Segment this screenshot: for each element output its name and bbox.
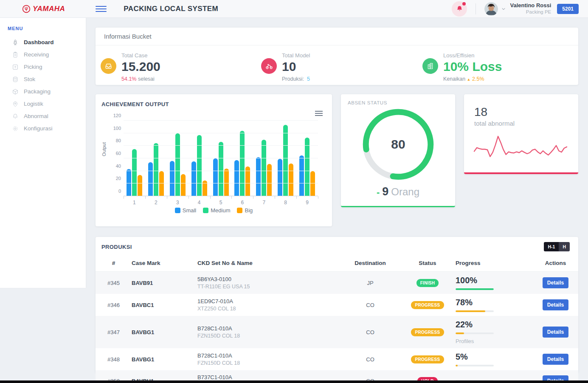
chart-legend: SmallMediumBig [96,207,332,214]
chevron-down-icon[interactable] [501,7,506,11]
stat-label: Total Case [121,52,160,59]
status-badge: PROGRESS [411,355,444,363]
building-icon [422,58,438,74]
cell-progress: 5% [456,348,533,370]
inbox-icon [101,58,116,74]
bar-small [170,161,174,196]
hamburger-menu-icon[interactable] [96,4,107,14]
cell-actions: Details [533,272,578,294]
card-title: Informasi Bucket [96,28,578,45]
cell-progress: 78% [456,294,533,316]
user-id-badge[interactable]: 5201 [557,4,579,14]
h-toggle-group: H-1 H [544,242,570,251]
user-info: Valentino Rossi Packing PE [510,2,551,15]
minus-sign: - [377,187,380,197]
cell-destination: CO [341,316,400,348]
chart-menu-icon[interactable] [315,110,323,117]
details-button[interactable]: Details [543,277,568,288]
notification-bell-button[interactable] [452,1,467,17]
sidebar-item-picking[interactable]: Picking [0,61,86,73]
col-header-ckd: CKD Set No & Name [197,256,341,272]
bar-medium [283,125,288,196]
table-row: #345BAVB915B6YA3-0100TT-R110E EG USA 15J… [96,272,578,294]
details-button[interactable]: Details [543,299,568,310]
sidebar-item-label: Logistik [24,101,43,107]
stat-loss-effisien: Loss/Effisien 10% Loss Kenaikan ▲ 2.5% [422,52,502,82]
x-axis-labels: 123456789 [124,200,318,206]
bar-medium [240,131,245,196]
yamaha-logo[interactable]: YAMAHA [22,5,65,13]
bar-medium [305,138,309,196]
details-button[interactable]: Details [543,354,568,365]
stat-sub: Produksi: 5 [282,76,310,82]
page-title: PACKING LOCAL SYSTEM [124,5,218,13]
bar-big [138,175,142,196]
cell-status: PROGRESS [400,316,456,348]
header-divider [475,3,476,14]
stat-label: Loss/Effisien [443,52,502,59]
progress-percent: 22% [456,320,533,329]
status-badge: PROGRESS [411,301,444,309]
status-badge: PROGRESS [411,328,444,336]
rocket-icon [12,39,19,46]
box-arrow-up-icon [12,64,19,70]
abnormal-value: 18 [464,94,578,119]
sidebar-item-logistik[interactable]: Logistik [0,98,86,110]
sidebar-item-label: Konfigurasi [24,125,53,132]
bar-group-8 [275,121,296,196]
brand-text: YAMAHA [33,5,65,13]
cell-progress: 22%Profiles [456,316,533,348]
bar-small [234,160,239,196]
clipboard-icon [12,51,19,58]
stat-sub: Kenaikan ▲ 2.5% [443,76,502,82]
x-axis-ticks [124,196,318,199]
sidebar: MENU Dashboard Receiving Picking Stok Pa… [0,18,86,288]
avatar[interactable] [484,2,498,16]
cell-destination: CO [341,294,400,316]
sidebar-item-stok[interactable]: Stok [0,73,86,85]
stat-value: 15.200 [121,59,160,74]
bar-big [245,166,250,196]
details-button[interactable]: Details [543,327,568,338]
x-tick-label: 3 [167,200,188,206]
legend-item-small[interactable]: Small [175,207,197,214]
sidebar-item-receiving[interactable]: Receiving [0,48,86,61]
sidebar-item-konfigurasi[interactable]: Konfigurasi [0,122,86,135]
toggle-h-button[interactable]: H [559,242,570,251]
table-row: #347BAVBG1B728C1-010AFZN150D COL 18COPRO… [96,316,578,348]
y-axis-label: Output [101,142,107,156]
sidebar-item-label: Abnormal [24,113,48,119]
toggle-h-1-button[interactable]: H-1 [544,242,559,251]
sidebar-item-label: Dashboard [24,39,54,45]
progress-percent: 100% [456,276,533,285]
bar-group-3 [167,121,188,196]
cell-status: FINISH [400,272,456,294]
cell-actions: Details [533,316,578,348]
legend-item-big[interactable]: Big [237,207,253,214]
y-tick-label: 20 [108,176,121,181]
top-header: YAMAHA PACKING LOCAL SYSTEM Valentino Ro… [0,0,588,18]
cell-ckd: B728C1-010AFZN150D COL 18 [197,348,341,370]
progress-bar [456,365,494,366]
progress-bar [456,332,494,334]
x-tick-label: 9 [296,200,318,206]
cell-case-mark: BAVBG1 [132,348,197,370]
sidebar-item-packaging[interactable]: Packaging [0,85,86,98]
sidebar-item-dashboard[interactable]: Dashboard [0,36,86,48]
bar-small [256,157,261,196]
cell-number: #346 [96,294,132,316]
produksi-table: # Case Mark CKD Set No & Name Destinatio… [96,256,578,383]
bar-small [191,161,196,196]
cell-number: #348 [96,348,132,370]
x-tick-label: 2 [145,200,167,206]
total-abnormal-card: 18 total abnormal [464,94,578,174]
sidebar-item-abnormal[interactable]: Abnormal [0,110,86,122]
bar-big [181,174,186,196]
bar-big [267,164,272,196]
table-row: #348BAVBG1B728C1-010AFZN150D COL 18COPRO… [96,348,578,370]
chart-title: ACHIEVEMENT OUTPUT [96,94,332,107]
user-name: Valentino Rossi [510,2,551,9]
progress-percent: 78% [456,298,533,307]
map-pin-icon [12,101,19,107]
legend-item-medium[interactable]: Medium [203,207,230,214]
